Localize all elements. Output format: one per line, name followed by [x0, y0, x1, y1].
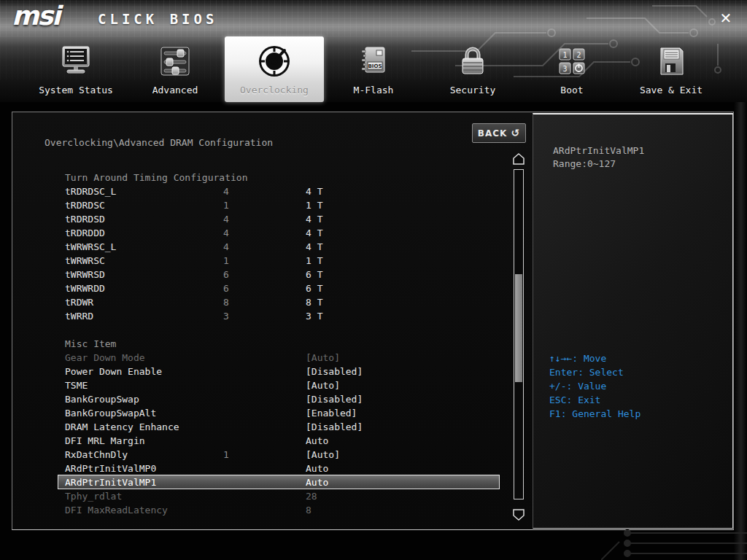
- msi-logo: msi: [12, 1, 59, 31]
- overclocking-icon: [225, 41, 324, 82]
- setting-row-dfi-mrl-margin[interactable]: DFI MRL MarginAuto: [12, 434, 523, 448]
- key-legend-move: ↑↓→←: Move: [549, 351, 640, 365]
- setting-row-bankgroupswap[interactable]: BankGroupSwap[Disabled]: [12, 392, 523, 406]
- setting-row-tRDRDSD[interactable]: tRDRDSD44 T: [12, 212, 523, 226]
- scrollbar-track[interactable]: [514, 169, 524, 499]
- setting-row-tWRWRDD[interactable]: tWRWRDD66 T: [12, 281, 523, 295]
- help-panel: ARdPtrInitValMP1 Range:0~127 ↑↓→←: Move …: [533, 113, 733, 529]
- section-turn-around-timing: Turn Around Timing Configuration: [12, 171, 523, 184]
- setting-row-dfi-maxreadlatency: DFI MaxReadLatency8: [12, 503, 523, 517]
- svg-text:BIOS: BIOS: [368, 63, 382, 69]
- help-item-range: Range:0~127: [553, 158, 616, 169]
- save-exit-icon: [622, 41, 721, 82]
- setting-row-tWRWRSD[interactable]: tWRWRSD66 T: [12, 268, 523, 281]
- setting-row-tRDRDSC_L[interactable]: tRDRDSC_L44 T: [12, 184, 523, 198]
- bios-screen: msi CLICK BIOS ✕: [0, 0, 747, 560]
- header-bar: msi CLICK BIOS ✕: [0, 0, 747, 102]
- click-bios-brand: CLICK BIOS: [98, 11, 217, 27]
- setting-row-tWRWRSC_L[interactable]: tWRWRSC_L44 T: [12, 240, 523, 254]
- tab-label: Boot: [522, 85, 622, 96]
- setting-row-power-down-enable[interactable]: Power Down Enable[Disabled]: [12, 365, 523, 378]
- tab-advanced[interactable]: Advanced: [125, 36, 225, 102]
- tab-label: M-Flash: [324, 85, 423, 96]
- tab-label: Save & Exit: [622, 85, 721, 96]
- close-icon[interactable]: ✕: [716, 9, 735, 28]
- key-legend-select: Enter: Select: [549, 365, 640, 379]
- tab-label: System Status: [26, 85, 125, 96]
- tab-bar: System Status Adva: [26, 36, 721, 102]
- tab-m-flash[interactable]: BIOS M-Flash: [324, 36, 423, 102]
- setting-row-gear-down-mode: Gear Down Mode[Auto]: [12, 351, 523, 365]
- security-icon: [423, 41, 522, 82]
- tab-label: Advanced: [125, 85, 225, 96]
- right-edge-glow: [734, 102, 747, 560]
- tab-system-status[interactable]: System Status: [26, 36, 125, 102]
- key-legend: ↑↓→←: Move Enter: Select +/-: Value ESC:…: [549, 351, 640, 421]
- svg-text:2: 2: [576, 51, 581, 59]
- scrollbar-thumb[interactable]: [515, 274, 522, 382]
- system-status-icon: [26, 41, 125, 82]
- svg-text:1: 1: [562, 51, 567, 59]
- setting-row-tRDWR[interactable]: tRDWR88 T: [12, 295, 523, 309]
- setting-row-tWRWRSC[interactable]: tWRWRSC11 T: [12, 254, 523, 268]
- setting-row-bankgroupswapalt[interactable]: BankGroupSwapAlt[Enabled]: [12, 406, 523, 420]
- back-button-label: BACK: [478, 128, 508, 139]
- setting-row-tphy-rdlat: Tphy_rdlat28: [12, 489, 523, 503]
- setting-row-tWRRD[interactable]: tWRRD33 T: [12, 309, 523, 323]
- key-legend-general-help: F1: General Help: [549, 407, 640, 421]
- key-legend-exit: ESC: Exit: [549, 393, 640, 407]
- scroll-down-icon[interactable]: [513, 509, 525, 521]
- setting-row-ardptrinitvalmp1-selected[interactable]: ARdPtrInitValMP1Auto: [58, 475, 500, 489]
- setting-row-tsme[interactable]: TSME[Auto]: [12, 378, 523, 392]
- circuit-trace-decoration-bottom: [601, 527, 747, 560]
- tab-overclocking[interactable]: Overclocking: [225, 36, 324, 102]
- tab-label: Security: [423, 85, 522, 96]
- advanced-icon: [125, 41, 225, 82]
- section-misc-item: Misc Item: [12, 337, 523, 351]
- back-button[interactable]: BACK ↺: [472, 123, 526, 143]
- setting-row-dram-latency-enhance[interactable]: DRAM Latency Enhance[Disabled]: [12, 420, 523, 434]
- setting-row-ardptrinitvalmp0[interactable]: ARdPtrInitValMP0Auto: [12, 462, 523, 475]
- key-legend-value: +/-: Value: [549, 379, 640, 393]
- tab-label: Overclocking: [225, 85, 324, 96]
- scroll-up-icon[interactable]: [513, 153, 525, 165]
- back-arrow-icon: ↺: [511, 127, 521, 139]
- m-flash-icon: BIOS: [324, 41, 423, 82]
- breadcrumb: Overclocking\Advanced DRAM Configuration: [44, 137, 273, 148]
- setting-row-tRDRDSC[interactable]: tRDRDSC11 T: [12, 198, 523, 212]
- setting-row-tRDRDDD[interactable]: tRDRDDD44 T: [12, 226, 523, 240]
- tab-security[interactable]: Security: [423, 36, 522, 102]
- help-item-name: ARdPtrInitValMP1: [553, 144, 644, 158]
- setting-row-rxdatchndly[interactable]: RxDatChnDly1[Auto]: [12, 448, 523, 462]
- svg-text:3: 3: [562, 65, 567, 73]
- tab-save-exit[interactable]: Save & Exit: [622, 36, 721, 102]
- boot-icon: 1 2 3: [522, 41, 622, 82]
- tab-boot[interactable]: 1 2 3 Boot: [522, 36, 622, 102]
